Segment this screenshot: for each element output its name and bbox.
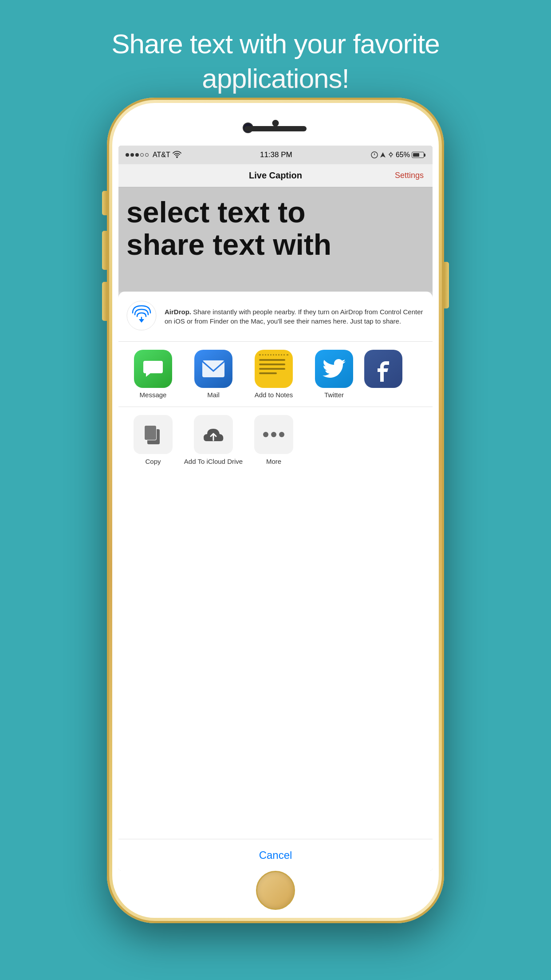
nav-bar: Live Caption Settings bbox=[118, 164, 433, 187]
twitter-icon bbox=[315, 350, 353, 388]
power-button[interactable] bbox=[444, 262, 449, 308]
facebook-icon bbox=[364, 350, 402, 388]
action-more[interactable]: More bbox=[244, 415, 304, 466]
share-app-notes[interactable]: Add to Notes bbox=[244, 350, 304, 399]
share-app-facebook[interactable] bbox=[364, 350, 402, 399]
svg-point-10 bbox=[279, 432, 284, 437]
action-copy[interactable]: Copy bbox=[123, 415, 183, 466]
mute-switch[interactable] bbox=[102, 191, 107, 215]
headphone-dot bbox=[272, 120, 279, 126]
twitter-label: Twitter bbox=[324, 391, 344, 399]
svg-marker-1 bbox=[380, 152, 386, 158]
message-icon bbox=[134, 350, 172, 388]
notes-label: Add to Notes bbox=[255, 391, 293, 399]
notes-icon bbox=[255, 350, 293, 388]
share-sheet: AirDrop. Share instantly with people nea… bbox=[118, 292, 433, 839]
share-app-mail[interactable]: Mail bbox=[183, 350, 244, 399]
svg-point-9 bbox=[271, 432, 276, 437]
battery-percent: 65% bbox=[396, 151, 410, 159]
wifi-icon bbox=[173, 151, 181, 159]
carrier-label: AT&T bbox=[153, 151, 170, 159]
home-button[interactable] bbox=[256, 871, 295, 910]
status-bar: AT&T 11:38 PM bbox=[118, 146, 433, 164]
svg-rect-6 bbox=[145, 426, 156, 440]
nav-title: Live Caption bbox=[249, 170, 302, 181]
app-content: select text to share text with bbox=[118, 187, 433, 292]
icloud-label: Add To iCloud Drive bbox=[184, 458, 243, 466]
signal-bars bbox=[126, 153, 149, 157]
phone-shell: AT&T 11:38 PM bbox=[107, 98, 444, 923]
more-label: More bbox=[266, 458, 281, 465]
time-display: 11:38 PM bbox=[260, 150, 292, 159]
message-label: Message bbox=[140, 391, 167, 399]
speaker-bar bbox=[244, 126, 307, 131]
location-icon bbox=[380, 152, 386, 158]
page-title: Share text with your favorite applicatio… bbox=[0, 0, 551, 95]
share-app-twitter[interactable]: Twitter bbox=[304, 350, 364, 399]
icloud-icon-box bbox=[194, 415, 233, 454]
status-left: AT&T bbox=[126, 151, 181, 159]
lock-icon bbox=[371, 151, 378, 158]
airdrop-section[interactable]: AirDrop. Share instantly with people nea… bbox=[118, 292, 433, 342]
screen: AT&T 11:38 PM bbox=[118, 146, 433, 871]
cancel-button[interactable]: Cancel bbox=[259, 849, 292, 861]
volume-down-button[interactable] bbox=[102, 282, 107, 321]
share-apps-row: Message Mail bbox=[118, 342, 433, 407]
actions-row: Copy Add To iCloud Drive bbox=[118, 407, 433, 474]
more-icon-box bbox=[254, 415, 293, 454]
share-app-message[interactable]: Message bbox=[123, 350, 183, 399]
settings-button[interactable]: Settings bbox=[388, 171, 424, 180]
volume-up-button[interactable] bbox=[102, 231, 107, 270]
main-text: select text to share text with bbox=[126, 196, 425, 261]
phone-wrapper: AT&T 11:38 PM bbox=[107, 98, 444, 923]
mail-icon bbox=[194, 350, 232, 388]
page-background: Share text with your favorite applicatio… bbox=[0, 0, 551, 980]
svg-point-8 bbox=[263, 432, 268, 437]
cancel-bar: Cancel bbox=[118, 839, 433, 871]
bluetooth-icon bbox=[388, 152, 394, 158]
svg-rect-3 bbox=[202, 360, 224, 377]
copy-icon-box bbox=[134, 415, 173, 454]
status-right: 65% bbox=[371, 151, 425, 159]
airdrop-icon bbox=[126, 300, 157, 332]
action-icloud[interactable]: Add To iCloud Drive bbox=[183, 415, 244, 466]
mail-label: Mail bbox=[207, 391, 220, 399]
copy-label: Copy bbox=[145, 458, 161, 465]
airdrop-description: AirDrop. Share instantly with people nea… bbox=[165, 307, 425, 326]
battery-icon bbox=[412, 152, 425, 158]
